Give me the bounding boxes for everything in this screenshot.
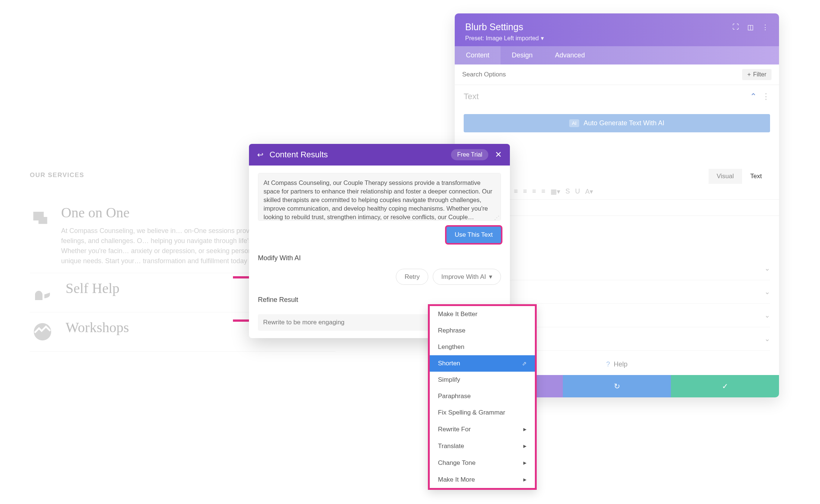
ai-badge-icon: AI [569, 119, 579, 127]
service-icon [30, 280, 55, 305]
dropdown-item-rephrase[interactable]: Rephrase [430, 322, 535, 339]
settings-title: Blurb Settings [465, 22, 523, 32]
dropdown-item-simplify[interactable]: Simplify [430, 372, 535, 388]
free-trial-badge: Free Trial [451, 149, 488, 160]
confirm-button[interactable]: ✓ [671, 375, 779, 397]
toolbar-align-right-icon[interactable]: ≡ [532, 188, 536, 196]
modal-title: Content Results [269, 150, 328, 160]
service-title: Workshops [66, 319, 129, 336]
close-icon[interactable]: ✕ [495, 150, 502, 160]
improve-with-ai-button[interactable]: Improve With AI ▾ [433, 269, 501, 285]
settings-tabs: ContentDesignAdvanced [455, 46, 779, 64]
toolbar-strike-icon[interactable]: S [565, 188, 570, 196]
refine-result-label: Refine Result [258, 296, 501, 304]
chevron-right-icon: ▸ [523, 425, 527, 433]
service-icon [30, 319, 55, 344]
chevron-down-icon: ▾ [541, 35, 544, 42]
dropdown-item-make-it-better[interactable]: Make It Better [430, 306, 535, 322]
toolbar-underline-icon[interactable]: U [575, 188, 580, 196]
dropdown-item-fix-spelling-grammar[interactable]: Fix Spelling & Grammar [430, 404, 535, 421]
chevron-down-icon: ▾ [489, 273, 492, 281]
service-icon [30, 204, 51, 230]
dropdown-item-paraphrase[interactable]: Paraphrase [430, 388, 535, 404]
modify-with-ai-label: Modify With AI [258, 254, 501, 262]
more-icon[interactable]: ⋮ [762, 23, 769, 31]
preset-label[interactable]: Preset: Image Left imported ▾ [465, 35, 769, 42]
auto-generate-ai-button[interactable]: AI Auto Generate Text With AI [464, 114, 770, 132]
dropdown-item-change-tone[interactable]: Change Tone▸ [430, 454, 535, 471]
toolbar-align-center-icon[interactable]: ≡ [523, 188, 527, 196]
tab-content[interactable]: Content [455, 46, 501, 64]
dropdown-item-make-it-more[interactable]: Make It More▸ [430, 471, 535, 488]
chevron-right-icon: ▸ [523, 476, 527, 483]
generated-text-textarea[interactable] [258, 173, 501, 221]
section-more-icon[interactable]: ⋮ [762, 92, 770, 101]
collapse-icon[interactable]: ⌃ [750, 92, 757, 101]
chevron-down-icon: ⌄ [764, 311, 770, 319]
improve-dropdown: Make It BetterRephraseLengthenShorten⬀Si… [428, 304, 537, 490]
tab-design[interactable]: Design [501, 46, 544, 64]
tab-advanced[interactable]: Advanced [544, 46, 596, 64]
toolbar-align-left-icon[interactable]: ≡ [514, 188, 518, 196]
chevron-right-icon: ▸ [523, 442, 527, 450]
search-options-input[interactable] [462, 71, 742, 78]
retry-button[interactable]: Retry [396, 269, 428, 285]
editor-tab-text[interactable]: Text [742, 169, 770, 184]
toolbar-color-icon[interactable]: A▾ [585, 188, 593, 196]
dropdown-item-lengthen[interactable]: Lengthen [430, 339, 535, 355]
service-title: Self Help [66, 280, 120, 296]
text-section-label: Text [464, 92, 479, 101]
editor-tab-visual[interactable]: Visual [709, 169, 742, 184]
chevron-down-icon: ⌄ [764, 288, 770, 296]
help-icon: ? [606, 360, 610, 368]
settings-header: Blurb Settings ⛶ ◫ ⋮ Preset: Image Left … [455, 13, 779, 46]
columns-icon[interactable]: ◫ [747, 23, 754, 31]
back-icon[interactable]: ↩ [257, 150, 264, 159]
dropdown-item-rewrite-for[interactable]: Rewrite For▸ [430, 421, 535, 438]
filter-button[interactable]: +Filter [742, 69, 772, 80]
fullscreen-icon[interactable]: ⛶ [732, 23, 739, 31]
dropdown-item-translate[interactable]: Translate▸ [430, 438, 535, 454]
toolbar-table-icon[interactable]: ▦▾ [551, 188, 560, 196]
dropdown-item-shorten[interactable]: Shorten⬀ [430, 355, 535, 372]
chevron-down-icon: ⌄ [764, 335, 770, 343]
use-this-text-button[interactable]: Use This Text [447, 227, 501, 243]
toolbar-justify-icon[interactable]: ≡ [541, 188, 545, 196]
svg-rect-1 [38, 217, 47, 224]
chevron-right-icon: ▸ [523, 459, 527, 467]
cursor-icon: ⬀ [522, 360, 527, 366]
chevron-down-icon: ⌄ [764, 264, 770, 273]
redo-button[interactable]: ↻ [563, 375, 671, 397]
